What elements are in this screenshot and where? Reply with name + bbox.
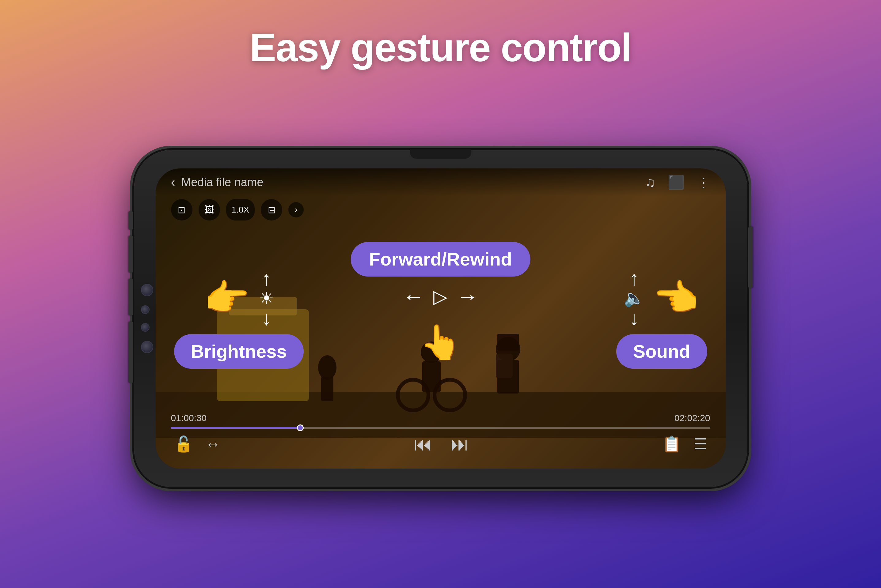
- side-btn-right: [748, 226, 753, 288]
- phone-notch: [410, 150, 471, 159]
- arrow-up-icon: ↑: [262, 268, 272, 288]
- arrow-right-icon: →: [457, 284, 478, 309]
- side-btn-power: [129, 212, 133, 230]
- current-time: 01:00:30: [171, 413, 207, 423]
- bottom-right-controls: 📋 ☰: [662, 435, 707, 453]
- toolbar-more-button[interactable]: ›: [289, 202, 304, 218]
- sound-label: Sound: [616, 334, 707, 369]
- forward-rewind-gesture: Forward/Rewind ← ▷ → 👆: [350, 242, 531, 362]
- toolbar-row: ⊡ 🖼 1.0X ⊟ ›: [156, 196, 726, 224]
- phone-screen: ‹ Media file name ♫ ⬛ ⋮ ⊡ 🖼 1.0X ⊟ ›: [156, 168, 726, 469]
- brightness-hand-icon: 👉: [204, 276, 250, 320]
- next-button[interactable]: ⏭: [451, 434, 469, 455]
- brightness-gesture: 👉 ↑ ☀ ↓ Brightness: [174, 268, 304, 369]
- side-buttons-left: [129, 212, 133, 383]
- camera-dot-1: [141, 284, 153, 296]
- play-triangle-icon: ▷: [433, 286, 447, 307]
- sound-arrow-down-icon: ↓: [629, 308, 639, 328]
- fit-screen-icon[interactable]: ↔: [205, 435, 221, 453]
- progress-area: 01:00:30 02:02:20: [156, 413, 726, 429]
- lock-icon[interactable]: 🔓: [174, 435, 193, 453]
- sound-arrows: ↑ 🔈 ↓: [624, 268, 645, 328]
- side-btn-bixby: [129, 322, 133, 383]
- volume-icon: 🔈: [624, 288, 645, 308]
- camera-dots: [141, 284, 153, 353]
- sun-icon: ☀: [259, 288, 274, 308]
- music-icon[interactable]: ♫: [645, 175, 655, 190]
- brightness-label: Brightness: [174, 334, 304, 369]
- speed-button[interactable]: 1.0X: [226, 199, 255, 220]
- sound-gesture: ↑ 🔈 ↓ 👉 Sound: [616, 268, 707, 369]
- total-time: 02:02:20: [675, 413, 710, 423]
- camera-dot-4: [141, 341, 153, 353]
- crop-button[interactable]: ⊡: [171, 199, 192, 220]
- side-btn-vol-up: [129, 236, 133, 273]
- image-button[interactable]: 🖼: [198, 199, 220, 220]
- equalizer-button[interactable]: ⊟: [261, 199, 282, 220]
- arrow-left-icon: ←: [403, 284, 424, 309]
- sound-hand-icon: 👉: [654, 276, 700, 320]
- time-row: 01:00:30 02:02:20: [171, 413, 710, 423]
- bottom-center-controls: ⏮ ⏭: [414, 434, 469, 455]
- tap-hand-icon: 👆: [419, 322, 462, 362]
- side-btn-vol-down: [129, 279, 133, 315]
- arrow-down-icon: ↓: [262, 308, 272, 328]
- phone-wrapper: ‹ Media file name ♫ ⬛ ⋮ ⊡ 🖼 1.0X ⊟ ›: [119, 89, 762, 548]
- forward-rewind-label: Forward/Rewind: [350, 242, 531, 276]
- prev-button[interactable]: ⏮: [414, 434, 432, 455]
- camera-dot-3: [141, 323, 150, 332]
- more-icon[interactable]: ⋮: [697, 175, 710, 190]
- side-buttons-right: [748, 226, 753, 288]
- lr-arrows: ← ▷ →: [403, 284, 478, 309]
- top-icons: ♫ ⬛ ⋮: [645, 174, 710, 190]
- media-title: Media file name: [181, 176, 645, 189]
- bottom-left-controls: 🔓 ↔: [174, 435, 221, 453]
- camera-dot-2: [141, 305, 150, 314]
- phone-outer: ‹ Media file name ♫ ⬛ ⋮ ⊡ 🖼 1.0X ⊟ ›: [134, 150, 747, 487]
- playlist-icon[interactable]: 📋: [662, 435, 681, 453]
- brightness-arrows: ↑ ☀ ↓: [259, 268, 274, 328]
- gesture-area: 👉 ↑ ☀ ↓ Brightness Forward/Rewind ←: [156, 224, 726, 413]
- bottom-controls: 🔓 ↔ ⏮ ⏭ 📋 ☰: [156, 429, 726, 459]
- top-bar: ‹ Media file name ♫ ⬛ ⋮: [156, 168, 726, 196]
- list-icon[interactable]: ☰: [693, 435, 707, 453]
- back-button[interactable]: ‹: [171, 175, 175, 190]
- subtitle-icon[interactable]: ⬛: [668, 174, 684, 190]
- sound-arrow-up-icon: ↑: [629, 268, 639, 288]
- page-title: Easy gesture control: [250, 24, 631, 70]
